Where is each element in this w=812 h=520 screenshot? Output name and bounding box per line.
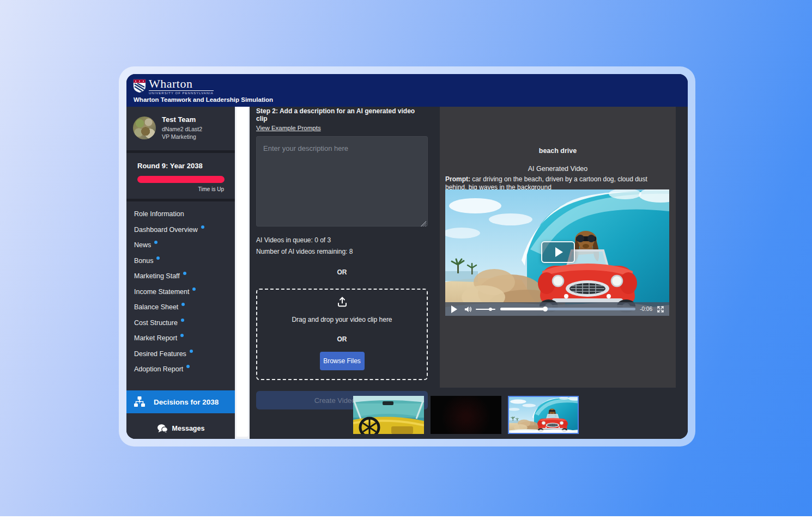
notification-dot <box>186 365 190 368</box>
sidebar-item-label: Income Statement <box>134 288 189 296</box>
step-title: Step 2: Add a description for an AI gene… <box>256 107 428 123</box>
video-thumbnail-black[interactable] <box>431 396 501 434</box>
queue-status: AI Videos in queue: 0 of 3 <box>256 236 428 244</box>
decision-tree-icon: ? <box>133 395 146 408</box>
team-avatar <box>133 117 156 139</box>
wharton-logo: Wharton University of Pennsylvania <box>133 78 214 95</box>
sidebar-item-label: Bonus <box>134 257 153 265</box>
sidebar-item-adoption-report[interactable]: Adoption Report <box>126 362 235 377</box>
prompt-text: car driving on the beach, driven by a ca… <box>445 175 647 191</box>
video-player[interactable]: -0:06 <box>445 189 669 316</box>
view-example-prompts-link[interactable]: View Example Prompts <box>256 125 321 131</box>
notification-dot <box>156 256 160 260</box>
team-profile: Test Team dName2 dLast2 VP Marketing <box>126 107 235 153</box>
seek-bar[interactable] <box>500 308 635 310</box>
player-controls: -0:06 <box>445 302 669 316</box>
notification-dot <box>181 319 184 322</box>
sidebar-item-desired-features[interactable]: Desired Features <box>126 346 235 362</box>
thumbnail-beach-frame <box>509 397 578 433</box>
svg-text:?: ? <box>138 400 141 405</box>
seek-bar-fill <box>500 308 545 310</box>
description-field-wrap <box>256 136 428 229</box>
messages-icon <box>157 424 168 433</box>
notification-dot <box>154 241 157 244</box>
resize-handle[interactable] <box>421 221 426 227</box>
upload-icon <box>336 295 349 308</box>
round-progress-bar <box>137 176 225 183</box>
wharton-wordmark-block: Wharton University of Pennsylvania <box>149 78 214 95</box>
wharton-shield-icon <box>133 79 146 93</box>
round-title: Round 9: Year 2038 <box>134 162 227 170</box>
main-content: Step 2: Add a description for an AI gene… <box>250 107 688 439</box>
video-dropzone[interactable]: Drag and drop your video clip here OR Br… <box>256 289 428 380</box>
browse-files-button[interactable]: Browse Files <box>320 352 365 370</box>
fullscreen-icon[interactable] <box>657 305 664 313</box>
sidebar-item-dashboard-overview[interactable]: Dashboard Overview <box>126 222 235 238</box>
wharton-wordmark: Wharton <box>149 78 214 91</box>
video-preview-panel: beach drive AI Generated Video Prompt: c… <box>440 107 676 388</box>
notification-dot <box>183 272 186 275</box>
sidebar-item-news[interactable]: News <box>126 237 235 253</box>
play-overlay-button[interactable] <box>541 241 575 263</box>
sidebar-item-label: Dashboard Overview <box>134 226 198 234</box>
video-thumbnail-beach-drive[interactable] <box>508 396 579 434</box>
notification-dot <box>192 287 196 291</box>
sidebar-item-decisions[interactable]: ? Decisions for 2038 <box>126 390 235 413</box>
sidebar-item-market-report[interactable]: Market Report <box>126 331 235 346</box>
sidebar-item-balance-sheet[interactable]: Balance Sheet <box>126 299 235 315</box>
app-header: Wharton University of Pennsylvania Whart… <box>126 74 688 107</box>
notification-dot <box>180 334 184 337</box>
video-subtitle: AI Generated Video <box>440 165 676 173</box>
video-title: beach drive <box>440 147 676 155</box>
description-input[interactable] <box>256 136 428 227</box>
app-window-frame: Wharton University of Pennsylvania Whart… <box>119 66 695 446</box>
sidebar-nav: Role Information Dashboard Overview News… <box>126 201 235 377</box>
notification-dot <box>190 350 193 353</box>
play-icon <box>555 247 563 257</box>
sidebar-item-label: Market Report <box>134 334 177 342</box>
scrollbar-thumb[interactable] <box>237 107 248 437</box>
or-divider: OR <box>256 268 428 276</box>
seek-bar-thumb[interactable] <box>543 307 548 311</box>
round-timer-status: Time is Up <box>134 186 227 192</box>
play-button[interactable] <box>451 305 457 313</box>
sidebar-item-label: Cost Structure <box>134 319 178 327</box>
wharton-university-line: University of Pennsylvania <box>149 91 214 95</box>
dropzone-or: OR <box>337 335 347 343</box>
thumbnail-dashboard-frame <box>353 396 424 434</box>
round-progress-fill <box>137 176 225 183</box>
sidebar: Test Team dName2 dLast2 VP Marketing Rou… <box>126 107 235 439</box>
prompt-label: Prompt: <box>445 175 470 183</box>
round-status: Round 9: Year 2038 Time is Up <box>126 153 235 201</box>
time-remaining: -0:06 <box>640 306 652 312</box>
decisions-label: Decisions for 2038 <box>154 398 219 406</box>
desktop-background: Wharton University of Pennsylvania Whart… <box>0 0 812 520</box>
sidebar-item-messages[interactable]: Messages <box>126 419 235 438</box>
sidebar-item-label: Adoption Report <box>134 365 183 373</box>
sidebar-item-label: Balance Sheet <box>134 303 178 311</box>
video-thumbnail-dashboard[interactable] <box>353 396 424 434</box>
app-title: Wharton Teamwork and Leadership Simulati… <box>134 96 273 103</box>
team-role: VP Marketing <box>162 133 202 140</box>
sidebar-item-label: Desired Features <box>134 350 186 358</box>
sidebar-item-bonus[interactable]: Bonus <box>126 253 235 269</box>
video-thumbnail-strip <box>353 396 579 434</box>
window-body: Test Team dName2 dLast2 VP Marketing Rou… <box>126 107 688 439</box>
notification-dot <box>181 303 185 306</box>
app-window: Wharton University of Pennsylvania Whart… <box>126 74 688 439</box>
volume-slider-thumb[interactable] <box>489 308 492 311</box>
notification-dot <box>201 225 204 229</box>
sidebar-item-role-information[interactable]: Role Information <box>126 206 235 222</box>
volume-slider[interactable] <box>476 309 495 310</box>
sidebar-item-label: Role Information <box>134 210 184 218</box>
video-upload-section: Step 2: Add a description for an AI gene… <box>256 107 428 409</box>
team-info: Test Team dName2 dLast2 VP Marketing <box>162 115 202 140</box>
scrollbar-track[interactable] <box>235 107 250 439</box>
sidebar-item-income-statement[interactable]: Income Statement <box>126 284 235 300</box>
sidebar-item-label: Marketing Staff <box>134 272 180 280</box>
sidebar-item-cost-structure[interactable]: Cost Structure <box>126 315 235 331</box>
sidebar-item-label: News <box>134 241 151 249</box>
sidebar-item-marketing-staff[interactable]: Marketing Staff <box>126 268 235 284</box>
volume-icon[interactable] <box>464 305 472 313</box>
team-name: Test Team <box>162 115 202 124</box>
